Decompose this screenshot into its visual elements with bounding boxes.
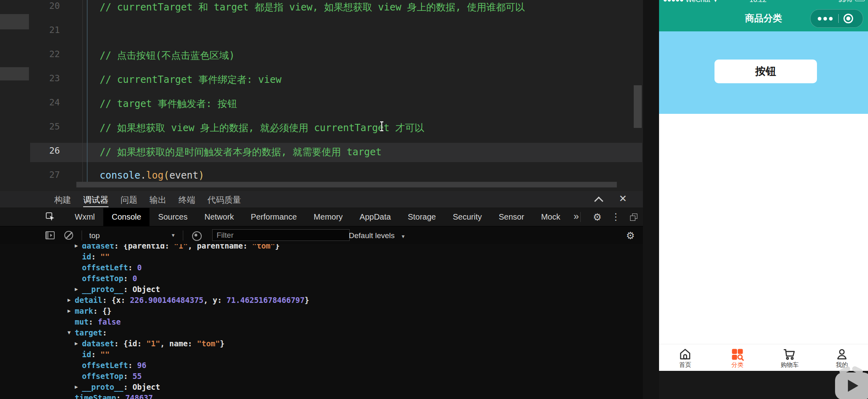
code-line[interactable]: 22// 点击按钮(不点击蓝色区域) [30, 49, 643, 63]
console-token-proto: __proto__ [82, 383, 123, 391]
devtools-tab-memory[interactable]: Memory [305, 208, 351, 226]
devtools-tab-wxml[interactable]: Wxml [66, 208, 103, 226]
overflow-tabs-icon[interactable]: » [569, 208, 583, 226]
show-console-sidebar-icon[interactable] [45, 230, 55, 242]
expand-arrow-icon[interactable]: ▶ [75, 286, 78, 292]
console-row[interactable]: ▶mark: {} [0, 306, 643, 317]
panel-tab-输出[interactable]: 输出 [149, 191, 166, 207]
console-row[interactable]: id: "" [0, 252, 643, 263]
code-token-obj: console [100, 170, 140, 181]
console-token-plain: } [275, 244, 279, 250]
code-line[interactable]: 24// target 事件触发者: 按钮 [30, 97, 643, 111]
toolbar-divider [580, 212, 581, 222]
console-row[interactable]: id: "" [0, 350, 643, 361]
code-line[interactable]: 26// 如果想获取的是时间触发者本身的数据, 就需要使用 target [30, 146, 643, 159]
sidebar-row[interactable] [0, 14, 29, 29]
code-line[interactable]: 23// currentTarget 事件绑定者: view [30, 73, 643, 87]
code-line[interactable]: 27console.log(event) [30, 170, 643, 183]
tabbar-item-分类[interactable]: 分类 [711, 344, 764, 371]
tabbar-item-购物车[interactable]: 购物车 [764, 344, 816, 371]
console-row[interactable]: timeStamp: 748637 [0, 393, 643, 399]
code-line[interactable]: 21 [30, 25, 643, 39]
console-row[interactable]: ▶__proto__: Object [0, 383, 643, 393]
expand-arrow-icon[interactable]: ▶ [68, 297, 71, 303]
panel-tab-构建[interactable]: 构建 [54, 191, 71, 207]
console-row[interactable]: offsetLeft: 0 [0, 263, 643, 274]
expand-arrow-icon[interactable]: ▶ [75, 244, 78, 249]
code-line[interactable]: 25// 如果想获取 view 身上的数据, 就必须使用 currentTarg… [30, 121, 643, 135]
console-text: detail: {x: 226.900146484375, y: 71.4625… [75, 296, 309, 304]
console-token-plain: : [123, 372, 133, 380]
tabbar-item-首页[interactable]: 首页 [659, 344, 711, 371]
mini-program-simulator: ●●●●● WeChat ▼ 16:22 99% 商品分类 按钮 首页分类购物车… [659, 0, 868, 371]
video-play-watermark-icon[interactable] [827, 366, 868, 399]
console-text: id: "" [82, 350, 110, 359]
devtools-tab-performance[interactable]: Performance [242, 208, 305, 226]
code-token-comment: // 如果想获取 view 身上的数据, 就必须使用 currentTarget… [100, 122, 424, 134]
more-options-icon[interactable]: ⋮ [611, 212, 620, 222]
expand-arrow-icon[interactable]: ▼ [68, 329, 71, 335]
console-row[interactable]: mut: false [0, 317, 643, 328]
live-expression-icon[interactable] [192, 231, 202, 241]
devtools-tab-security[interactable]: Security [444, 208, 490, 226]
devtools-tab-sources[interactable]: Sources [149, 208, 196, 226]
view-container[interactable]: 按钮 [659, 31, 868, 114]
close-panel-icon[interactable]: ✕ [619, 193, 627, 204]
context-selector[interactable]: top [89, 226, 100, 245]
console-filter-input[interactable] [212, 229, 350, 241]
code-editor[interactable]: 20// currentTarget 和 target 都是指 view, 如果… [30, 0, 643, 191]
close-record-icon[interactable] [843, 14, 853, 23]
console-row[interactable]: ▶dataset: {parentid: "1", parentname: "t… [0, 244, 643, 252]
undock-devtools-icon[interactable] [630, 214, 637, 221]
toolbar-divider [82, 230, 82, 241]
clock-label: 16:22 [749, 0, 767, 4]
chevron-down-icon[interactable]: ▼ [171, 226, 176, 245]
console-row[interactable]: ▶dataset: {id: "1", name: "tom"} [0, 339, 643, 350]
file-sidebar [0, 0, 30, 191]
console-row[interactable]: ▶__proto__: Object [0, 285, 643, 296]
tabbar-label: 分类 [711, 361, 764, 369]
log-levels-dropdown[interactable]: Default levels ▼ [349, 226, 405, 246]
expand-arrow-icon[interactable]: ▶ [75, 340, 78, 346]
category-icon [711, 347, 764, 362]
devtools-tab-network[interactable]: Network [196, 208, 242, 226]
console-token-key: id [82, 350, 91, 359]
console-output[interactable]: ▶dataset: {parentid: "1", parentname: "t… [0, 244, 643, 399]
devtools-settings-icon[interactable]: ⚙ [593, 212, 602, 223]
capsule-menu[interactable] [810, 9, 863, 28]
editor-vertical-scrollbar[interactable] [634, 85, 642, 128]
wx-button[interactable]: 按钮 [714, 60, 817, 83]
console-row[interactable]: ▼target: [0, 328, 643, 339]
console-text: offsetLeft: 96 [82, 361, 146, 370]
console-row[interactable]: ▶detail: {x: 226.900146484375, y: 71.462… [0, 296, 643, 306]
console-token-num: 0 [133, 274, 137, 283]
console-token-plain: : {} [93, 306, 112, 315]
console-row[interactable]: offsetTop: 0 [0, 274, 643, 285]
panel-tab-终端[interactable]: 终端 [178, 191, 195, 207]
sidebar-row[interactable] [0, 67, 29, 80]
panel-tab-问题[interactable]: 问题 [121, 191, 137, 207]
code-line[interactable]: 20// currentTarget 和 target 都是指 view, 如果… [30, 1, 643, 14]
console-token-str: "tom" [252, 244, 275, 250]
more-menu-icon[interactable] [818, 17, 833, 21]
console-row[interactable]: offsetTop: 55 [0, 372, 643, 383]
devtools-tab-mock[interactable]: Mock [532, 208, 569, 226]
line-number: 21 [30, 25, 60, 35]
panel-tab-代码质量[interactable]: 代码质量 [207, 191, 241, 207]
console-settings-icon[interactable]: ⚙ [626, 226, 635, 245]
home-icon [659, 347, 711, 362]
devtools-tab-appdata[interactable]: AppData [351, 208, 399, 226]
console-text: id: "" [82, 252, 110, 261]
devtools-tab-storage[interactable]: Storage [399, 208, 444, 226]
console-token-proto: __proto__ [82, 285, 123, 294]
panel-tab-调试器[interactable]: 调试器 [83, 191, 108, 207]
console-row[interactable]: offsetLeft: 96 [0, 361, 643, 372]
clear-console-icon[interactable] [64, 231, 73, 240]
expand-arrow-icon[interactable]: ▶ [75, 384, 78, 390]
devtools-tab-console[interactable]: Console [103, 208, 149, 226]
console-token-plain: : [128, 263, 137, 272]
expand-arrow-icon[interactable]: ▶ [68, 308, 71, 314]
editor-horizontal-scrollbar[interactable] [76, 182, 617, 187]
inspect-element-icon[interactable] [45, 212, 56, 224]
devtools-tab-sensor[interactable]: Sensor [490, 208, 532, 226]
